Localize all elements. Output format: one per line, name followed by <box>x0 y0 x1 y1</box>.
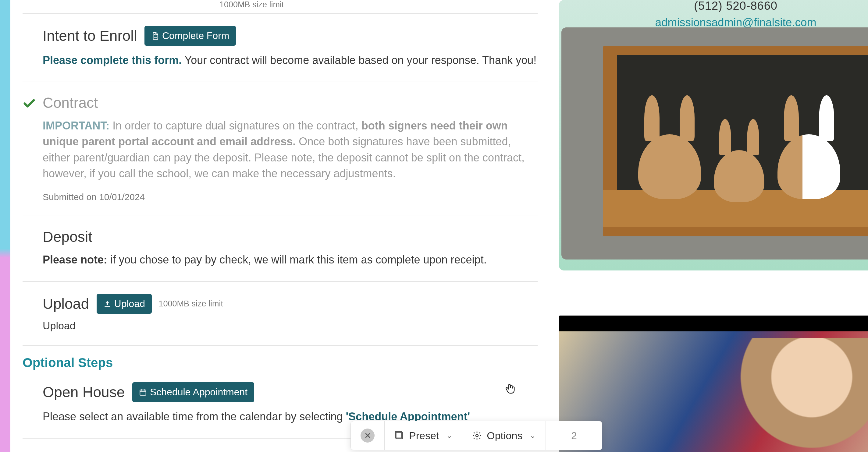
toolbar-close[interactable]: ✕ <box>351 421 384 450</box>
page-number-input[interactable]: 2 <box>546 421 602 450</box>
options-label: Options <box>487 430 522 442</box>
item-intent-to-enroll: Intent to Enroll Complete Form Please co… <box>23 14 538 82</box>
form-icon <box>151 32 159 40</box>
chevron-down-icon: ⌄ <box>446 431 452 440</box>
contract-submitted: Submitted on 10/01/2024 <box>43 192 538 202</box>
contact-email[interactable]: admissionsadmin@finalsite.com <box>559 16 868 29</box>
intent-desc-link[interactable]: Please complete this form. <box>43 54 182 66</box>
page-number: 2 <box>556 430 592 442</box>
contract-part1: In order to capture dual signatures on t… <box>110 119 362 132</box>
contract-desc: IMPORTANT: In order to capture dual sign… <box>43 118 538 182</box>
main-content: 1000MB size limit Intent to Enroll Compl… <box>10 0 868 452</box>
contact-block: (512) 520-8660 admissionsadmin@finalsite… <box>559 0 868 29</box>
upload-button-label: Upload <box>114 298 145 310</box>
optional-steps-heading: Optional Steps <box>23 346 538 370</box>
close-icon: ✕ <box>361 428 375 443</box>
upload-icon <box>103 300 111 308</box>
gear-icon <box>472 431 482 441</box>
hand-cursor <box>504 383 516 397</box>
complete-form-button[interactable]: Complete Form <box>145 26 236 46</box>
complete-form-label: Complete Form <box>162 30 229 41</box>
chevron-down-icon: ⌄ <box>530 431 536 440</box>
prev-item-cut: 1000MB size limit <box>23 0 538 14</box>
svg-rect-0 <box>140 390 146 395</box>
deposit-note-label: Please note: <box>43 253 107 266</box>
video-card[interactable] <box>559 316 868 452</box>
item-contract: Contract IMPORTANT: In order to capture … <box>23 82 538 216</box>
upload-sub: Upload <box>43 320 538 332</box>
upload-title: Upload <box>43 295 89 312</box>
preset-icon <box>394 431 404 441</box>
checklist-column: 1000MB size limit Intent to Enroll Compl… <box>23 0 538 439</box>
app-left-gradient <box>0 0 10 452</box>
intent-title: Intent to Enroll <box>43 27 137 44</box>
check-icon <box>23 97 36 110</box>
preset-label: Preset <box>409 430 439 442</box>
right-column: (512) 520-8660 admissionsadmin@finalsite… <box>559 0 868 270</box>
upload-button[interactable]: Upload <box>97 294 152 314</box>
schedule-appointment-button[interactable]: Schedule Appointment <box>132 382 254 402</box>
contract-important-label: IMPORTANT: <box>43 119 110 132</box>
hand-icon <box>504 383 516 395</box>
item-upload: Upload Upload 1000MB size limit Upload <box>23 282 538 346</box>
options-dropdown[interactable]: Options ⌄ <box>462 421 546 450</box>
intent-desc: Please complete this form. Your contract… <box>43 53 538 68</box>
deposit-title: Deposit <box>43 228 92 245</box>
contract-title: Contract <box>43 94 98 111</box>
open-house-title: Open House <box>43 384 125 400</box>
rabbit-image <box>561 27 868 259</box>
deposit-note-rest: if you chose to pay by check, we will ma… <box>107 253 487 266</box>
floating-toolbar: ✕ Preset ⌄ Options ⌄ 2 <box>350 421 602 450</box>
open-house-desc-pre: Please select an available time from the… <box>43 410 346 423</box>
prev-size-limit: 1000MB size limit <box>219 0 284 9</box>
upload-size-limit: 1000MB size limit <box>158 299 223 309</box>
preset-dropdown[interactable]: Preset ⌄ <box>384 421 462 450</box>
schedule-appointment-label: Schedule Appointment <box>150 387 247 398</box>
contact-phone: (512) 520-8660 <box>559 0 868 12</box>
video-face <box>737 338 868 452</box>
calendar-icon <box>139 388 147 396</box>
deposit-desc: Please note: if you chose to pay by chec… <box>43 252 538 268</box>
item-deposit: Deposit Please note: if you chose to pay… <box>23 216 538 282</box>
svg-point-3 <box>476 434 478 437</box>
contact-card: (512) 520-8660 admissionsadmin@finalsite… <box>559 0 868 270</box>
intent-desc-rest: Your contract will become available base… <box>182 54 536 66</box>
